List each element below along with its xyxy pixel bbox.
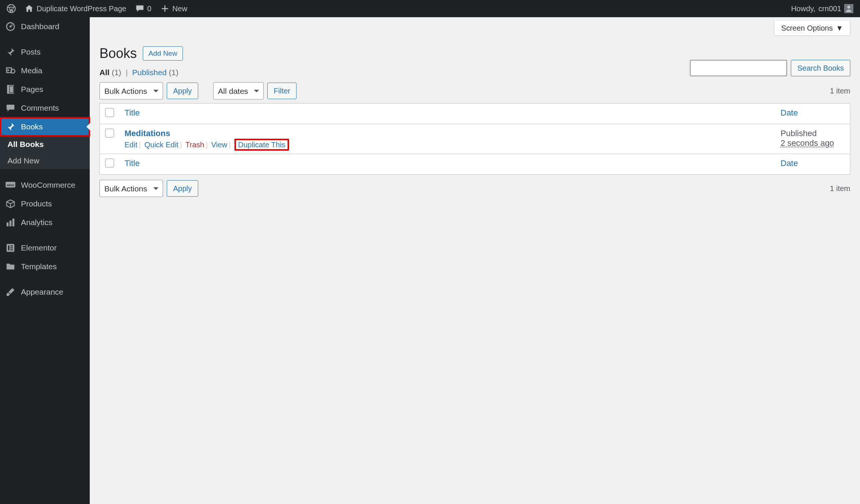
submenu-item-all-books[interactable]: All Books [0,136,90,153]
pin-icon [5,122,16,132]
folder-icon [5,262,16,271]
sidebar-item-comments[interactable]: Comments [0,99,90,117]
comments-menu[interactable]: 0 [132,0,155,17]
sidebar-item-posts[interactable]: Posts [0,43,90,61]
product-icon [5,199,16,209]
submenu-item-add-new[interactable]: Add New [0,153,90,169]
bulk-actions-select[interactable]: Bulk Actions [99,82,163,99]
column-date-footer[interactable]: Date [775,154,850,175]
column-title-header[interactable]: Title [119,104,775,124]
sidebar-label: WooCommerce [21,181,85,190]
home-icon [25,4,34,13]
row-title-link[interactable]: Meditations [125,129,170,138]
view-all-link[interactable]: All [99,68,110,77]
svg-rect-8 [9,221,11,227]
sidebar-item-templates[interactable]: Templates [0,257,90,276]
sidebar-label: Templates [21,262,85,271]
brush-icon [5,287,16,297]
sidebar-item-woocommerce[interactable]: woo WooCommerce [0,176,90,194]
posts-table: Title Date Meditations Edit| Quick Edit|… [99,103,850,175]
sidebar-label: Posts [21,47,85,56]
quick-edit-link[interactable]: Quick Edit [144,141,178,149]
admin-bar: Duplicate WordPress Page 0 New Howdy, cr… [0,0,860,17]
woo-icon: woo [5,180,16,190]
screen-options-label: Screen Options [781,24,833,33]
svg-rect-9 [12,219,14,227]
sidebar-label: Media [21,66,85,75]
howdy-text: Howdy, [791,4,816,13]
sidebar-item-dashboard[interactable]: Dashboard [0,17,90,36]
svg-rect-4 [9,86,13,93]
filter-button[interactable]: Filter [267,83,297,99]
sidebar-item-books[interactable]: Books [0,117,90,136]
my-account-menu[interactable]: Howdy, crn001 [787,0,857,17]
sidebar-label: Appearance [21,288,85,296]
edit-link[interactable]: Edit [125,141,137,149]
comment-icon [5,103,16,113]
svg-text:woo: woo [6,183,14,187]
svg-rect-13 [10,248,13,249]
items-count-bottom: 1 item [830,184,850,193]
elementor-icon [5,243,16,253]
column-title-footer[interactable]: Title [119,154,775,175]
dashboard-icon [5,22,16,31]
apply-button-top[interactable]: Apply [167,83,198,99]
row-checkbox[interactable] [105,129,114,138]
sidebar-label: Comments [21,104,85,113]
avatar-icon [844,4,853,13]
site-name-menu[interactable]: Duplicate WordPress Page [21,0,130,17]
row-timeago: 2 seconds ago [781,138,845,148]
screen-options-toggle[interactable]: Screen Options ▼ [774,21,850,36]
wp-logo-menu[interactable] [3,0,19,17]
sidebar-item-media[interactable]: Media [0,61,90,80]
apply-button-bottom[interactable]: Apply [167,180,198,197]
page-icon [5,84,16,94]
site-title: Duplicate WordPress Page [37,4,126,13]
sidebar-label: Analytics [21,218,85,227]
date-filter-select[interactable]: All dates [213,82,264,99]
add-new-button[interactable]: Add New [143,46,183,61]
select-all-checkbox-bottom[interactable] [105,159,114,168]
duplicate-link[interactable]: Duplicate This [238,141,285,149]
svg-rect-11 [8,246,10,251]
sidebar-item-elementor[interactable]: Elementor [0,239,90,257]
sidebar-label: Dashboard [21,22,85,31]
comment-icon [135,4,144,13]
new-content-menu[interactable]: New [157,0,191,17]
comments-count: 0 [147,4,151,13]
admin-sidebar: Dashboard Posts Media Pages Comments Boo… [0,17,90,504]
submenu-books: All Books Add New [0,136,90,169]
sidebar-item-pages[interactable]: Pages [0,80,90,99]
bulk-actions-select-bottom[interactable]: Bulk Actions [99,180,163,197]
trash-link[interactable]: Trash [185,141,204,149]
svg-rect-12 [10,246,13,247]
row-actions: Edit| Quick Edit| Trash| View| Duplicate… [125,141,770,149]
column-date-header[interactable]: Date [775,104,850,124]
sidebar-item-appearance[interactable]: Appearance [0,283,90,301]
svg-rect-7 [7,222,9,226]
sidebar-item-products[interactable]: Products [0,194,90,213]
view-link[interactable]: View [211,141,227,149]
sidebar-label: Pages [21,85,85,94]
sidebar-label: Elementor [21,243,85,252]
view-published-link[interactable]: Published (1) [132,68,179,77]
plus-icon [160,4,169,13]
pin-icon [5,47,16,57]
search-button[interactable]: Search Books [791,60,850,76]
page-title: Books [99,46,137,61]
main-content: Screen Options ▼ Books Add New All (1) |… [90,17,860,504]
media-icon [5,66,16,76]
svg-point-2 [9,25,11,27]
sidebar-label: Products [21,199,85,208]
select-all-checkbox-top[interactable] [105,108,114,117]
sidebar-label: Books [21,122,85,131]
svg-rect-14 [10,249,13,251]
username-text: crn001 [818,4,841,13]
row-status: Published [781,129,845,138]
caret-down-icon: ▼ [836,24,843,33]
new-label: New [172,4,187,13]
sidebar-item-analytics[interactable]: Analytics [0,213,90,232]
chart-icon [5,218,16,227]
search-input[interactable] [690,60,787,76]
view-all-count: (1) [112,68,122,77]
